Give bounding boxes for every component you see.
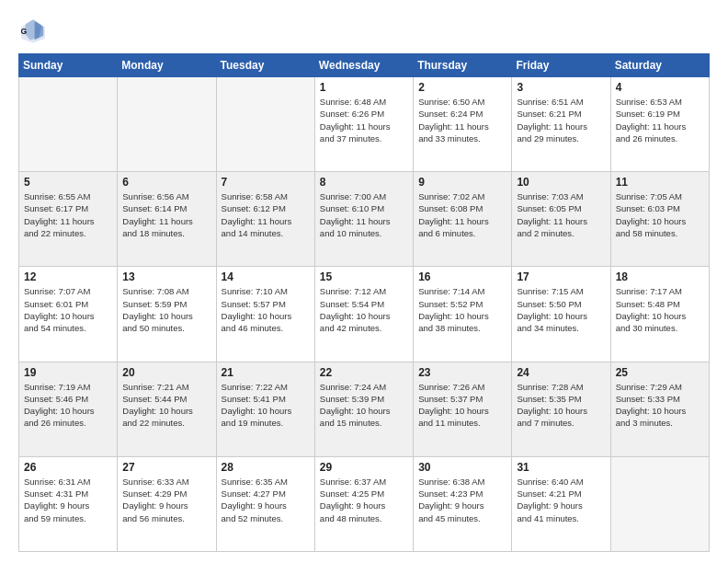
calendar-cell: 18Sunrise: 7:17 AMSunset: 5:48 PMDayligh… <box>610 267 709 362</box>
calendar-cell <box>216 77 314 172</box>
calendar-header-row: SundayMondayTuesdayWednesdayThursdayFrid… <box>19 54 710 77</box>
calendar-cell: 29Sunrise: 6:37 AMSunset: 4:25 PMDayligh… <box>314 456 413 551</box>
day-content: Sunrise: 7:22 AMSunset: 5:41 PMDaylight:… <box>222 381 310 430</box>
day-content: Sunrise: 6:56 AMSunset: 6:14 PMDaylight:… <box>122 190 210 239</box>
calendar-cell: 22Sunrise: 7:24 AMSunset: 5:39 PMDayligh… <box>314 362 413 456</box>
day-number: 19 <box>24 366 112 379</box>
day-number: 23 <box>418 366 506 379</box>
calendar-cell: 27Sunrise: 6:33 AMSunset: 4:29 PMDayligh… <box>118 456 216 551</box>
day-number: 7 <box>222 176 310 189</box>
day-number: 11 <box>616 176 704 189</box>
calendar-cell: 25Sunrise: 7:29 AMSunset: 5:33 PMDayligh… <box>610 362 709 456</box>
day-number: 20 <box>122 366 210 379</box>
calendar-cell: 11Sunrise: 7:05 AMSunset: 6:03 PMDayligh… <box>610 172 709 267</box>
day-number: 9 <box>418 176 506 189</box>
svg-text:G: G <box>20 27 27 36</box>
calendar-cell: 10Sunrise: 7:03 AMSunset: 6:05 PMDayligh… <box>512 172 610 267</box>
day-content: Sunrise: 7:17 AMSunset: 5:48 PMDaylight:… <box>616 285 704 334</box>
day-number: 25 <box>616 366 704 379</box>
day-content: Sunrise: 7:08 AMSunset: 5:59 PMDaylight:… <box>122 285 210 334</box>
day-content: Sunrise: 7:15 AMSunset: 5:50 PMDaylight:… <box>517 285 605 334</box>
calendar-cell <box>610 456 709 551</box>
day-number: 6 <box>122 176 210 189</box>
day-content: Sunrise: 7:00 AMSunset: 6:10 PMDaylight:… <box>320 190 408 239</box>
day-content: Sunrise: 7:02 AMSunset: 6:08 PMDaylight:… <box>418 190 506 239</box>
calendar-cell: 31Sunrise: 6:40 AMSunset: 4:21 PMDayligh… <box>512 456 610 551</box>
calendar-header-sunday: Sunday <box>19 54 118 77</box>
calendar-cell: 6Sunrise: 6:56 AMSunset: 6:14 PMDaylight… <box>118 172 216 267</box>
day-content: Sunrise: 6:40 AMSunset: 4:21 PMDaylight:… <box>517 476 605 524</box>
day-content: Sunrise: 7:07 AMSunset: 6:01 PMDaylight:… <box>24 285 112 334</box>
calendar-week-row: 12Sunrise: 7:07 AMSunset: 6:01 PMDayligh… <box>19 267 710 362</box>
calendar-cell: 21Sunrise: 7:22 AMSunset: 5:41 PMDayligh… <box>216 362 314 456</box>
day-content: Sunrise: 6:35 AMSunset: 4:27 PMDaylight:… <box>222 476 310 524</box>
calendar-header-thursday: Thursday <box>414 54 512 77</box>
day-number: 5 <box>24 176 112 189</box>
day-content: Sunrise: 6:50 AMSunset: 6:24 PMDaylight:… <box>418 96 506 144</box>
calendar-cell: 20Sunrise: 7:21 AMSunset: 5:44 PMDayligh… <box>118 362 216 456</box>
calendar-week-row: 19Sunrise: 7:19 AMSunset: 5:46 PMDayligh… <box>19 362 710 456</box>
calendar-cell: 23Sunrise: 7:26 AMSunset: 5:37 PMDayligh… <box>414 362 512 456</box>
day-content: Sunrise: 6:58 AMSunset: 6:12 PMDaylight:… <box>222 190 310 239</box>
day-content: Sunrise: 7:10 AMSunset: 5:57 PMDaylight:… <box>222 285 310 334</box>
day-number: 15 <box>320 270 408 283</box>
day-number: 8 <box>320 176 408 189</box>
day-number: 13 <box>122 270 210 283</box>
calendar-cell: 26Sunrise: 6:31 AMSunset: 4:31 PMDayligh… <box>19 456 118 551</box>
day-number: 2 <box>418 81 506 94</box>
day-content: Sunrise: 7:26 AMSunset: 5:37 PMDaylight:… <box>418 381 506 430</box>
day-content: Sunrise: 7:05 AMSunset: 6:03 PMDaylight:… <box>616 190 704 239</box>
day-number: 28 <box>222 461 310 474</box>
calendar-week-row: 1Sunrise: 6:48 AMSunset: 6:26 PMDaylight… <box>19 77 710 172</box>
day-content: Sunrise: 7:29 AMSunset: 5:33 PMDaylight:… <box>616 381 704 430</box>
day-content: Sunrise: 6:33 AMSunset: 4:29 PMDaylight:… <box>122 476 210 524</box>
day-number: 27 <box>122 461 210 474</box>
day-content: Sunrise: 7:19 AMSunset: 5:46 PMDaylight:… <box>24 381 112 430</box>
day-content: Sunrise: 6:38 AMSunset: 4:23 PMDaylight:… <box>418 476 506 524</box>
calendar-cell: 9Sunrise: 7:02 AMSunset: 6:08 PMDaylight… <box>414 172 512 267</box>
calendar-header-wednesday: Wednesday <box>314 54 413 77</box>
day-content: Sunrise: 6:53 AMSunset: 6:19 PMDaylight:… <box>616 96 704 144</box>
calendar-cell: 7Sunrise: 6:58 AMSunset: 6:12 PMDaylight… <box>216 172 314 267</box>
day-content: Sunrise: 6:51 AMSunset: 6:21 PMDaylight:… <box>517 96 605 144</box>
day-content: Sunrise: 6:31 AMSunset: 4:31 PMDaylight:… <box>24 476 112 524</box>
calendar-cell: 30Sunrise: 6:38 AMSunset: 4:23 PMDayligh… <box>414 456 512 551</box>
calendar-cell: 16Sunrise: 7:14 AMSunset: 5:52 PMDayligh… <box>414 267 512 362</box>
day-number: 29 <box>320 461 408 474</box>
day-number: 3 <box>517 81 605 94</box>
calendar-cell: 8Sunrise: 7:00 AMSunset: 6:10 PMDaylight… <box>314 172 413 267</box>
day-number: 30 <box>418 461 506 474</box>
day-number: 12 <box>24 270 112 283</box>
page: G SundayMondayTuesdayWednesdayThursdayFr… <box>0 0 728 563</box>
day-number: 10 <box>517 176 605 189</box>
calendar-cell: 5Sunrise: 6:55 AMSunset: 6:17 PMDaylight… <box>19 172 118 267</box>
day-content: Sunrise: 6:55 AMSunset: 6:17 PMDaylight:… <box>24 190 112 239</box>
calendar-header-saturday: Saturday <box>610 54 709 77</box>
day-content: Sunrise: 7:14 AMSunset: 5:52 PMDaylight:… <box>418 285 506 334</box>
calendar-week-row: 5Sunrise: 6:55 AMSunset: 6:17 PMDaylight… <box>19 172 710 267</box>
calendar-cell: 1Sunrise: 6:48 AMSunset: 6:26 PMDaylight… <box>314 77 413 172</box>
calendar-cell: 15Sunrise: 7:12 AMSunset: 5:54 PMDayligh… <box>314 267 413 362</box>
header: G <box>18 17 710 46</box>
calendar-cell <box>118 77 216 172</box>
logo-icon: G <box>18 17 48 46</box>
calendar-cell: 4Sunrise: 6:53 AMSunset: 6:19 PMDaylight… <box>610 77 709 172</box>
day-content: Sunrise: 7:28 AMSunset: 5:35 PMDaylight:… <box>517 381 605 430</box>
calendar-cell: 2Sunrise: 6:50 AMSunset: 6:24 PMDaylight… <box>414 77 512 172</box>
calendar-cell: 12Sunrise: 7:07 AMSunset: 6:01 PMDayligh… <box>19 267 118 362</box>
calendar-cell: 19Sunrise: 7:19 AMSunset: 5:46 PMDayligh… <box>19 362 118 456</box>
day-content: Sunrise: 7:24 AMSunset: 5:39 PMDaylight:… <box>320 381 408 430</box>
calendar-cell <box>19 77 118 172</box>
calendar-week-row: 26Sunrise: 6:31 AMSunset: 4:31 PMDayligh… <box>19 456 710 551</box>
day-number: 14 <box>222 270 310 283</box>
calendar-cell: 17Sunrise: 7:15 AMSunset: 5:50 PMDayligh… <box>512 267 610 362</box>
calendar-cell: 24Sunrise: 7:28 AMSunset: 5:35 PMDayligh… <box>512 362 610 456</box>
day-number: 4 <box>616 81 704 94</box>
day-number: 24 <box>517 366 605 379</box>
calendar-header-monday: Monday <box>118 54 216 77</box>
day-number: 26 <box>24 461 112 474</box>
day-number: 17 <box>517 270 605 283</box>
day-number: 1 <box>320 81 408 94</box>
day-content: Sunrise: 6:37 AMSunset: 4:25 PMDaylight:… <box>320 476 408 524</box>
calendar-cell: 3Sunrise: 6:51 AMSunset: 6:21 PMDaylight… <box>512 77 610 172</box>
